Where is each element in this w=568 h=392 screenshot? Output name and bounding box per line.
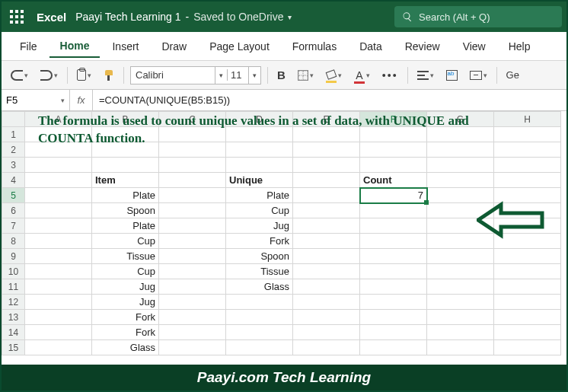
row-header[interactable]: 5 [2, 188, 25, 203]
separator [407, 67, 408, 84]
grid[interactable]: A B C D E F G H 1 2 3 4ItemUniqueCount 5… [2, 111, 561, 355]
row-header[interactable]: 11 [2, 279, 25, 295]
col-header[interactable]: F [360, 112, 427, 127]
formula-input[interactable]: =COUNTA(UNIQUE(B5:B15)) [93, 90, 566, 110]
cell[interactable]: Jug [92, 295, 159, 310]
col-header[interactable]: C [159, 112, 226, 127]
doc-dash: - [186, 11, 190, 23]
ribbon: ▾ ▾ ▾ Calibri ▾ 11 ▾ B ▾ ▾ A▾ ••• ▾ ab ▾… [2, 61, 566, 90]
chevron-down-icon: ▾ [88, 72, 91, 79]
cell[interactable]: Spoon [92, 203, 159, 218]
col-header[interactable]: H [494, 112, 561, 127]
row-header[interactable]: 6 [2, 203, 25, 218]
number-format-button[interactable]: Ge [503, 68, 522, 82]
row-header[interactable]: 4 [2, 173, 25, 188]
format-painter-button[interactable] [101, 69, 117, 82]
cell[interactable]: Fork [92, 310, 159, 325]
tab-data[interactable]: Data [349, 36, 393, 57]
cell[interactable]: Cup [92, 264, 159, 279]
row-header[interactable]: 1 [2, 127, 25, 142]
merge-icon [470, 71, 482, 80]
header-item[interactable]: Item [92, 173, 159, 188]
row-header[interactable]: 10 [2, 264, 25, 279]
app-launcher-icon[interactable] [6, 6, 27, 27]
cell[interactable]: Plate [92, 188, 159, 203]
row-header[interactable]: 14 [2, 325, 25, 340]
row-header[interactable]: 12 [2, 295, 25, 310]
fill-color-button[interactable]: ▾ [323, 69, 345, 82]
tab-file[interactable]: File [9, 36, 48, 57]
cell[interactable]: Fork [226, 234, 293, 249]
font-color-button[interactable]: A▾ [351, 68, 373, 83]
header-unique[interactable]: Unique [226, 173, 293, 188]
cell[interactable]: Tissue [92, 249, 159, 264]
separator [67, 67, 68, 84]
select-all-corner[interactable] [2, 112, 25, 127]
title-bar: Excel Paayi Tech Learning 1 - Saved to O… [2, 2, 566, 32]
tab-help[interactable]: Help [498, 36, 541, 57]
cell[interactable]: Cup [226, 203, 293, 218]
tab-view[interactable]: View [452, 36, 496, 57]
chevron-down-icon[interactable]: ▾ [248, 67, 260, 84]
font-size[interactable]: 11 [227, 69, 248, 81]
row-header[interactable]: 3 [2, 158, 25, 173]
tab-insert[interactable]: Insert [101, 36, 149, 57]
name-box[interactable]: F5 ▾ [2, 90, 70, 110]
chevron-down-icon: ▾ [24, 72, 28, 79]
separator [496, 67, 497, 84]
cell[interactable]: Tissue [226, 264, 293, 279]
cell[interactable]: Plate [92, 218, 159, 234]
row-header[interactable]: 9 [2, 249, 25, 264]
search-box[interactable]: Search (Alt + Q) [394, 6, 562, 27]
bold-button[interactable]: B [274, 67, 289, 83]
cell[interactable]: Spoon [226, 249, 293, 264]
fx-button[interactable]: fx [70, 90, 93, 110]
font-selector[interactable]: Calibri ▾ 11 ▾ [130, 66, 261, 84]
cell[interactable]: Plate [226, 188, 293, 203]
paste-button[interactable]: ▾ [74, 68, 94, 82]
align-button[interactable]: ▾ [414, 69, 437, 81]
merge-button[interactable]: ▾ [467, 69, 490, 81]
row-header[interactable]: 7 [2, 218, 25, 234]
align-icon [417, 71, 429, 80]
cell[interactable]: Glass [226, 279, 293, 295]
col-header[interactable]: A [25, 112, 92, 127]
row-header[interactable]: 15 [2, 340, 25, 355]
row-header[interactable]: 8 [2, 234, 25, 249]
cell[interactable]: Glass [92, 340, 159, 355]
separator [267, 67, 268, 84]
redo-icon [40, 70, 53, 81]
chevron-down-icon: ▾ [54, 72, 58, 79]
cell[interactable]: Jug [92, 279, 159, 295]
font-name: Calibri [131, 69, 215, 81]
selected-cell[interactable]: 7 [360, 188, 427, 203]
tab-draw[interactable]: Draw [151, 36, 197, 57]
tab-home[interactable]: Home [49, 35, 101, 58]
col-header[interactable]: B [92, 112, 159, 127]
header-count[interactable]: Count [360, 173, 427, 188]
app-name: Excel [37, 11, 66, 24]
cell[interactable]: Cup [92, 234, 159, 249]
col-header[interactable]: E [293, 112, 360, 127]
undo-button[interactable]: ▾ [8, 69, 31, 82]
col-header[interactable]: D [226, 112, 293, 127]
wrap-text-button[interactable]: ab [443, 69, 461, 82]
col-header[interactable]: G [427, 112, 494, 127]
tab-formulas[interactable]: Formulas [282, 36, 347, 57]
separator [123, 67, 124, 84]
document-title[interactable]: Paayi Tech Learning 1 - Saved to OneDriv… [75, 11, 292, 23]
redo-button[interactable]: ▾ [37, 69, 61, 82]
more-font-button[interactable]: ••• [379, 71, 401, 80]
menu-bar: File Home Insert Draw Page Layout Formul… [2, 32, 566, 61]
borders-button[interactable]: ▾ [295, 69, 317, 82]
cell[interactable]: Jug [226, 218, 293, 234]
borders-icon [298, 70, 308, 81]
tab-review[interactable]: Review [394, 36, 451, 57]
tab-page-layout[interactable]: Page Layout [199, 36, 280, 57]
row-header[interactable]: 2 [2, 142, 25, 158]
chevron-down-icon: ▾ [483, 72, 487, 79]
row-header[interactable]: 13 [2, 310, 25, 325]
cell[interactable]: Fork [92, 325, 159, 340]
chevron-down-icon[interactable]: ▾ [215, 67, 227, 84]
chevron-down-icon: ▾ [366, 72, 370, 79]
